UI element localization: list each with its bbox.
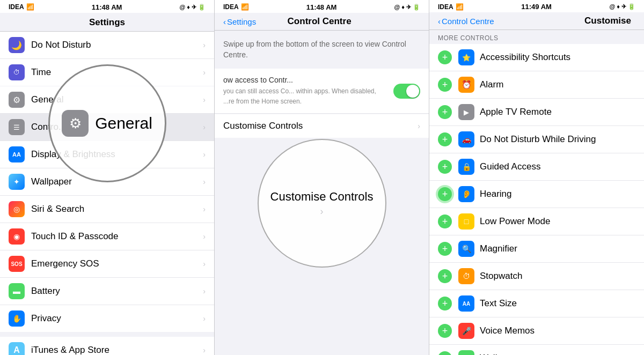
voice-memos-icon: 🎤 xyxy=(458,323,474,339)
add-btn-low-power[interactable]: + xyxy=(438,215,452,228)
status-bar-2: IDEA 📶 11:48 AM @ ♦ ✈ 🔋 xyxy=(215,0,429,13)
signal-icons-1: @ ♦ ✈ 🔋 xyxy=(179,4,206,11)
add-btn-accessibility[interactable]: + xyxy=(438,50,452,64)
toggle-row[interactable]: ow access to Contr... you can still acce… xyxy=(215,69,429,114)
back-button-2[interactable]: ‹ Settings xyxy=(223,17,256,26)
settings-row-emergency[interactable]: SOS Emergency SOS › xyxy=(0,250,214,278)
chevron-display: › xyxy=(203,150,206,159)
status-left-3: IDEA 📶 xyxy=(438,3,464,11)
circle-customise-text: Customise Controls xyxy=(270,190,374,203)
add-btn-dndd[interactable]: + xyxy=(438,132,452,146)
guided-access-icon: 🔒 xyxy=(458,159,474,175)
back-label-3: Control Centre xyxy=(442,17,494,26)
customise-row[interactable]: Customise Controls › xyxy=(215,114,429,138)
touch-id-label: Touch ID & Passcode xyxy=(31,231,203,242)
status-right-1: @ ♦ ✈ 🔋 xyxy=(179,4,206,11)
add-btn-text-size[interactable]: + xyxy=(438,297,452,310)
guided-access-label: Guided Access xyxy=(480,161,635,172)
settings-row-privacy[interactable]: ✋ Privacy › xyxy=(0,305,214,332)
add-btn-alarm[interactable]: + xyxy=(438,78,452,92)
signal-icons-3: @ ♦ ✈ 🔋 xyxy=(609,3,635,10)
control-row-hearing[interactable]: + 👂 Hearing xyxy=(429,181,644,208)
apple-tv-label: Apple TV Remote xyxy=(480,107,635,117)
control-row-apple-tv[interactable]: + ▶ Apple TV Remote xyxy=(429,99,644,126)
control-row-guided-access[interactable]: + 🔒 Guided Access xyxy=(429,153,644,181)
panel-settings: IDEA 📶 11:48 AM @ ♦ ✈ 🔋 Settings 🌙 Do No… xyxy=(0,0,215,355)
control-row-text-size[interactable]: + AA Text Size xyxy=(429,290,644,317)
settings-row-battery[interactable]: ▬ Battery › xyxy=(0,278,214,305)
chevron-icon-2: › xyxy=(203,68,206,77)
alarm-label: Alarm xyxy=(480,79,635,90)
settings-row-do-not-disturb[interactable]: 🌙 Do Not Disturb › xyxy=(0,32,214,59)
toggle-switch[interactable] xyxy=(393,84,420,99)
control-row-low-power[interactable]: + □ Low Power Mode xyxy=(429,208,644,235)
magnifier-label: Magnifier xyxy=(480,243,635,254)
general-icon: ⚙ xyxy=(9,92,25,108)
settings-row-siri[interactable]: ◎ Siri & Search › xyxy=(0,196,214,223)
wifi-icon-3: 📶 xyxy=(456,3,464,11)
wallpaper-icon: ✦ xyxy=(9,174,25,190)
hearing-label: Hearing xyxy=(480,189,635,199)
control-row-dndd[interactable]: + 🚗 Do Not Disturb While Driving xyxy=(429,126,644,153)
apple-tv-icon: ▶ xyxy=(458,104,474,120)
add-btn-hearing-highlighted[interactable]: + xyxy=(438,187,452,201)
voice-memos-label: Voice Memos xyxy=(480,326,635,336)
touch-id-icon: ◉ xyxy=(9,228,25,245)
panel3-nav: ‹ Control Centre Customise xyxy=(429,12,644,30)
dndd-label: Do Not Disturb While Driving xyxy=(480,134,635,145)
panel2-title: Control Centre xyxy=(256,16,383,27)
settings-section-stores: A iTunes & App Store › xyxy=(0,337,214,355)
battery-icon: ▬ xyxy=(9,283,25,299)
chevron-battery: › xyxy=(203,287,206,295)
chevron-touch-id: › xyxy=(203,232,206,241)
time-1: 11:48 AM xyxy=(92,3,122,11)
add-btn-apple-tv[interactable]: + xyxy=(438,105,452,119)
add-btn-stopwatch[interactable]: + xyxy=(438,269,452,283)
status-bar-3: IDEA 📶 11:49 AM @ ♦ ✈ 🔋 xyxy=(429,0,644,12)
magnifier-icon: 🔍 xyxy=(458,241,474,257)
dndd-icon: 🚗 xyxy=(458,131,474,147)
toggle-text: ow access to Contr... you can still acce… xyxy=(223,75,393,107)
privacy-label: Privacy xyxy=(31,313,203,324)
add-btn-wallet[interactable]: + xyxy=(438,351,452,355)
settings-row-touch-id[interactable]: ◉ Touch ID & Passcode › xyxy=(0,223,214,250)
toggle-text-2: you can still access Co... within apps. … xyxy=(223,87,376,106)
gear-symbol: ⚙ xyxy=(69,115,82,132)
status-bar-1: IDEA 📶 11:48 AM @ ♦ ✈ 🔋 xyxy=(0,0,214,13)
time-3: 11:49 AM xyxy=(521,3,552,11)
control-row-alarm[interactable]: + ⏰ Alarm xyxy=(429,71,644,99)
hearing-icon: 👂 xyxy=(458,186,474,202)
toggle-text-1: ow access to Contr... xyxy=(223,76,293,84)
toggle-knob xyxy=(406,85,419,98)
panel2-nav: ‹ Settings Control Centre xyxy=(215,13,429,31)
back-chevron-3: ‹ xyxy=(438,17,441,26)
chevron-emergency: › xyxy=(203,260,206,268)
divider-1 xyxy=(0,332,214,337)
carrier-3: IDEA xyxy=(438,3,453,11)
back-button-3[interactable]: ‹ Control Centre xyxy=(438,17,494,26)
control-row-accessibility[interactable]: + ⭐ Accessibility Shortcuts xyxy=(429,44,644,71)
general-circle-highlight: ⚙ General xyxy=(48,64,166,182)
status-right-2: @ ♦ ✈ 🔋 xyxy=(394,4,420,11)
chevron-general: › xyxy=(203,95,206,104)
panel-customise: IDEA 📶 11:49 AM @ ♦ ✈ 🔋 ‹ Control Centre… xyxy=(429,0,644,355)
settings-row-itunes[interactable]: A iTunes & App Store › xyxy=(0,337,214,355)
back-label-2: Settings xyxy=(227,17,256,26)
circle-chevron: › xyxy=(320,206,324,217)
status-left-1: IDEA 📶 xyxy=(9,3,34,11)
circle-content: ⚙ General xyxy=(62,110,152,137)
add-btn-guided-access[interactable]: + xyxy=(438,160,452,174)
customise-chevron: › xyxy=(418,122,420,130)
general-label: General xyxy=(95,114,152,132)
wifi-icon-2: 📶 xyxy=(241,3,249,11)
control-row-voice-memos[interactable]: + 🎤 Voice Memos xyxy=(429,317,644,345)
add-btn-magnifier[interactable]: + xyxy=(438,242,452,256)
siri-label: Siri & Search xyxy=(31,204,203,215)
add-btn-voice-memos[interactable]: + xyxy=(438,324,452,338)
wallet-icon: 💳 xyxy=(458,350,474,355)
carrier-1: IDEA xyxy=(9,3,24,11)
control-row-wallet[interactable]: + 💳 Wallet xyxy=(429,345,644,355)
control-row-magnifier[interactable]: + 🔍 Magnifier xyxy=(429,235,644,263)
text-size-icon: AA xyxy=(458,295,474,312)
control-row-stopwatch[interactable]: + ⏱ Stopwatch xyxy=(429,263,644,290)
